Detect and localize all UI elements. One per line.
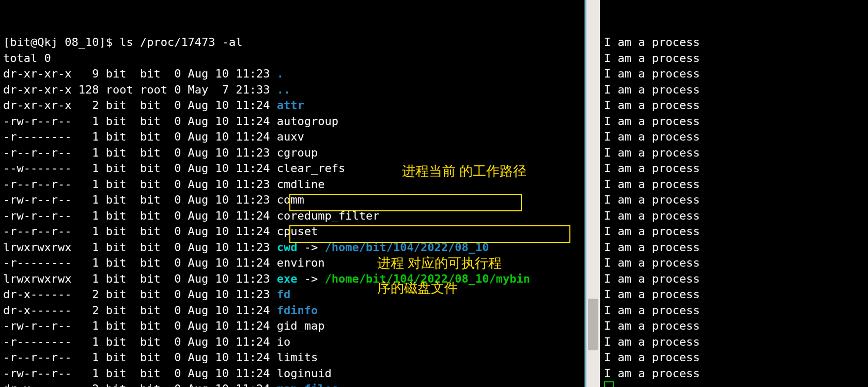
output-line: I am a process: [604, 318, 868, 334]
ls-row: dr-x------ 2 bit bit 0 Aug 10 11:24 map_…: [3, 381, 584, 387]
screen: [bit@Qkj 08_10]$ ls /proc/17473 -altotal…: [0, 0, 868, 387]
ls-row: -rw-r--r-- 1 bit bit 0 Aug 10 11:24 core…: [3, 208, 584, 224]
output-line: I am a process: [604, 224, 868, 240]
ls-meta: -rw-r--r-- 1 bit bit 0 Aug 10 11:24: [3, 367, 277, 380]
terminal-left[interactable]: [bit@Qkj 08_10]$ ls /proc/17473 -altotal…: [0, 0, 584, 387]
ls-row: -rw-r--r-- 1 bit bit 0 Aug 10 11:24 auto…: [3, 114, 584, 130]
ls-name: fdinfo: [277, 304, 318, 317]
output-line: I am a process: [604, 271, 868, 287]
output-line: I am a process: [604, 366, 868, 382]
ls-row: -r--r--r-- 1 bit bit 0 Aug 10 11:24 cpus…: [3, 224, 584, 240]
annotation-exe-line1: 进程 对应的可执行程: [377, 255, 502, 271]
ls-meta: -r-------- 1 bit bit 0 Aug 10 11:24: [3, 130, 277, 143]
ls-row: -rw-r--r-- 1 bit bit 0 Aug 10 11:23 comm: [3, 192, 584, 208]
ls-name: ..: [277, 83, 291, 96]
ls-name: loginuid: [277, 367, 332, 380]
ls-name: cmdline: [277, 178, 325, 191]
scrollbar[interactable]: [586, 0, 600, 387]
output-line: I am a process: [604, 82, 868, 98]
ls-name: comm: [277, 193, 304, 206]
ls-meta: -r--r--r-- 1 bit bit 0 Aug 10 11:24: [3, 225, 277, 238]
output-line: I am a process: [604, 145, 868, 161]
arrow-icon: ->: [298, 241, 325, 254]
ls-meta: -rw-r--r-- 1 bit bit 0 Aug 10 11:23: [3, 193, 277, 206]
ls-row: -r-------- 1 bit bit 0 Aug 10 11:24 auxv: [3, 129, 584, 145]
ls-name: cgroup: [277, 146, 318, 159]
shell-prompt: [bit@Qkj 08_10]$: [3, 36, 119, 49]
ls-name: fd: [277, 288, 291, 301]
output-line: I am a process: [604, 208, 868, 224]
ls-name: .: [277, 67, 284, 80]
ls-meta: dr-x------ 2 bit bit 0 Aug 10 11:24: [3, 382, 277, 387]
ls-row: dr-xr-xr-x 9 bit bit 0 Aug 10 11:23 .: [3, 66, 584, 82]
ls-name: gid_map: [277, 319, 325, 332]
output-line: I am a process: [604, 35, 868, 51]
output-line: I am a process: [604, 303, 868, 319]
ls-row: -r--r--r-- 1 bit bit 0 Aug 10 11:23 cgro…: [3, 145, 584, 161]
output-line: I am a process: [604, 66, 868, 82]
output-line: I am a process: [604, 240, 868, 256]
ls-meta: dr-xr-xr-x 128 root root 0 May 7 21:33: [3, 83, 277, 96]
terminal-right[interactable]: I am a processI am a processI am a proce…: [600, 0, 868, 387]
ls-meta: dr-x------ 2 bit bit 0 Aug 10 11:23: [3, 288, 277, 301]
output-line: I am a process: [604, 98, 868, 114]
ls-name: map_files: [277, 382, 338, 387]
ls-row: dr-xr-xr-x 128 root root 0 May 7 21:33 .…: [3, 82, 584, 98]
ls-meta: -r-------- 1 bit bit 0 Aug 10 11:24: [3, 256, 277, 269]
annotation-exe-line2: 序的磁盘文件: [377, 280, 458, 296]
ls-meta: dr-xr-xr-x 2 bit bit 0 Aug 10 11:24: [3, 99, 277, 112]
ls-name: coredump_filter: [277, 209, 380, 222]
output-line: I am a process: [604, 192, 868, 208]
ls-row: -r--r--r-- 1 bit bit 0 Aug 10 11:24 limi…: [3, 350, 584, 366]
ls-name: auxv: [277, 130, 304, 143]
annotation-cwd: 进程当前 的工作路径: [402, 163, 526, 179]
ls-row: dr-xr-xr-x 2 bit bit 0 Aug 10 11:24 attr: [3, 98, 584, 114]
cursor-icon: [604, 381, 614, 387]
ls-row: -rw-r--r-- 1 bit bit 0 Aug 10 11:24 gid_…: [3, 318, 584, 334]
output-line: I am a process: [604, 287, 868, 303]
ls-row: dr-x------ 2 bit bit 0 Aug 10 11:24 fdin…: [3, 303, 584, 319]
ls-row: -rw-r--r-- 1 bit bit 0 Aug 10 11:24 logi…: [3, 366, 584, 382]
shell-command: ls /proc/17473 -al: [119, 36, 242, 49]
output-line: I am a process: [604, 255, 868, 271]
ls-name: cpuset: [277, 225, 318, 238]
ls-meta: -r--r--r-- 1 bit bit 0 Aug 10 11:24: [3, 351, 277, 364]
ls-meta: -rw-r--r-- 1 bit bit 0 Aug 10 11:24: [3, 209, 277, 222]
ls-meta: dr-xr-xr-x 9 bit bit 0 Aug 10 11:23: [3, 67, 277, 80]
ls-row: -r-------- 1 bit bit 0 Aug 10 11:24 io: [3, 334, 584, 350]
ls-name: autogroup: [277, 115, 338, 128]
ls-name: clear_refs: [277, 162, 345, 175]
output-line: I am a process: [604, 177, 868, 193]
scrollbar-thumb[interactable]: [588, 299, 598, 350]
output-line: I am a process: [604, 114, 868, 130]
ls-name: limits: [277, 351, 318, 364]
ls-meta: dr-x------ 2 bit bit 0 Aug 10 11:24: [3, 304, 277, 317]
output-line: I am a process: [604, 161, 868, 177]
ls-row: lrwxrwxrwx 1 bit bit 0 Aug 10 11:23 exe …: [3, 271, 584, 287]
output-line: I am a process: [604, 129, 868, 145]
ls-meta: --w------- 1 bit bit 0 Aug 10 11:24: [3, 162, 277, 175]
output-line: I am a process: [604, 334, 868, 350]
ls-meta: -r--r--r-- 1 bit bit 0 Aug 10 11:23: [3, 178, 277, 191]
arrow-icon: ->: [298, 272, 325, 285]
ls-name: attr: [277, 99, 304, 112]
ls-row: dr-x------ 2 bit bit 0 Aug 10 11:23 fd: [3, 287, 584, 303]
ls-meta: -r-------- 1 bit bit 0 Aug 10 11:24: [3, 335, 277, 348]
ls-meta: lrwxrwxrwx 1 bit bit 0 Aug 10 11:23: [3, 272, 277, 285]
ls-name: cwd: [277, 241, 298, 254]
ls-total: total 0: [3, 51, 584, 67]
ls-row: lrwxrwxrwx 1 bit bit 0 Aug 10 11:23 cwd …: [3, 240, 584, 256]
ls-name: io: [277, 335, 291, 348]
output-line: I am a process: [604, 350, 868, 366]
ls-name: environ: [277, 256, 325, 269]
ls-meta: -r--r--r-- 1 bit bit 0 Aug 10 11:23: [3, 146, 277, 159]
ls-meta: lrwxrwxrwx 1 bit bit 0 Aug 10 11:23: [3, 241, 277, 254]
symlink-target: /home/bit/104/2022/08_10: [325, 241, 489, 254]
ls-name: exe: [277, 272, 298, 285]
output-line: I am a process: [604, 51, 868, 67]
ls-meta: -rw-r--r-- 1 bit bit 0 Aug 10 11:24: [3, 319, 277, 332]
ls-meta: -rw-r--r-- 1 bit bit 0 Aug 10 11:24: [3, 115, 277, 128]
